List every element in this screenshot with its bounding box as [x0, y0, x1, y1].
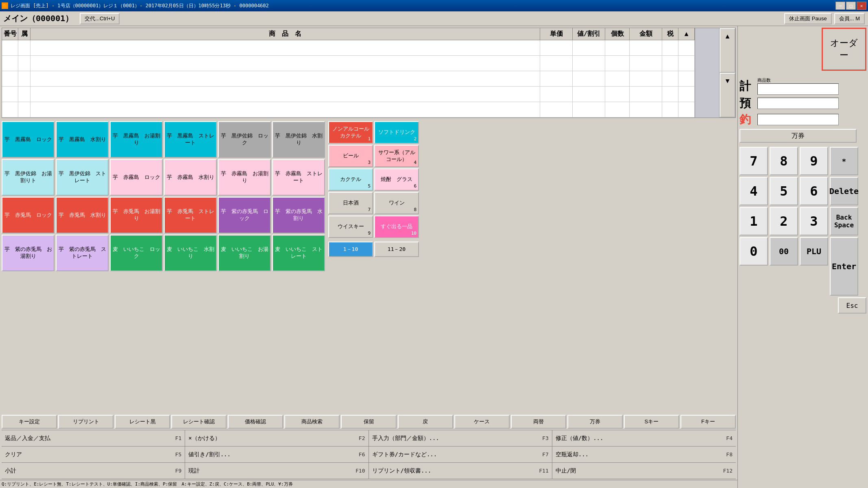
cat-btn-6[interactable]: 焼酎 グラス6 [374, 168, 419, 191]
num-5-button[interactable]: 5 [770, 177, 798, 205]
product-button-15[interactable]: 芋 赤兎馬 ストレート [164, 197, 217, 233]
product-button-14[interactable]: 芋 赤兎馬 お湯割り [110, 197, 163, 233]
product-button-6[interactable]: 芋 黒伊佐錦 お湯割りト [2, 159, 55, 196]
product-search-button[interactable]: 商品検索 [284, 415, 340, 429]
minimize-button[interactable]: ─ [835, 2, 845, 10]
f12-button[interactable]: 中止/閉 F12 [552, 463, 736, 479]
receipt-black-button[interactable]: レシート黒 [115, 415, 170, 429]
f3-button[interactable]: 手入力（部門／金額）... F3 [369, 430, 552, 446]
order-button[interactable]: オーダー [822, 28, 866, 71]
cat-btn-1[interactable]: ノンアルコールカクテル1 [328, 121, 373, 144]
num-7-button[interactable]: 7 [739, 147, 768, 175]
delete-button[interactable]: Delete [830, 177, 858, 205]
esc-button[interactable]: Esc [838, 297, 866, 314]
s-key-button[interactable]: Sキー [624, 415, 679, 429]
num-3-button[interactable]: 3 [800, 207, 828, 235]
hold-button[interactable]: 保留 [341, 415, 396, 429]
back-button[interactable]: 戻 [398, 415, 453, 429]
col-kingaku: 金額 [630, 28, 662, 40]
backspace-button[interactable]: Back Space [830, 207, 858, 235]
nav-row: 1－10 11－20 [328, 242, 419, 257]
main-area: 番号 属 商 品 名 単価 値/割引 個数 金額 税 ▲ [0, 26, 868, 488]
reprint-button[interactable]: リプリント [58, 415, 113, 429]
nav-btn-1-10[interactable]: 1－10 [328, 242, 373, 257]
product-button-22[interactable]: 麦 いいちこ お湯割り [218, 235, 271, 271]
f1-key: F1 [175, 435, 182, 441]
product-button-21[interactable]: 麦 いいちこ 水割り [164, 235, 217, 271]
product-button-2[interactable]: 芋 黒霧島 お湯割り [110, 121, 163, 158]
f9-button[interactable]: 小計 F9 [2, 463, 185, 479]
scroll-up-button[interactable]: ▲ [720, 28, 735, 73]
f-key-button[interactable]: Fキー [680, 415, 736, 429]
f2-button[interactable]: ×（かける） F2 [185, 430, 369, 446]
key-setup-button[interactable]: キー設定 [2, 415, 57, 429]
f5-button[interactable]: クリア F5 [2, 447, 185, 462]
product-button-17[interactable]: 芋 紫の赤兎馬 水割り [272, 197, 325, 233]
nav-btn-11-20[interactable]: 11－20 [374, 242, 419, 257]
num-0-button[interactable]: 0 [739, 237, 768, 266]
product-button-1[interactable]: 芋 黒霧島 水割り [56, 121, 109, 158]
close-button[interactable]: ✕ [857, 2, 866, 10]
numpad: 7 8 9 * 4 5 6 Delete 1 2 3 Back Space 0 … [739, 147, 866, 296]
product-button-8[interactable]: 芋 赤霧島 ロック [110, 159, 163, 196]
kotai-button[interactable]: 交代...Ctrl+U [80, 13, 120, 24]
ryogae-button[interactable]: 両替 [511, 415, 566, 429]
cat-btn-2[interactable]: ソフトドリンク2 [374, 121, 419, 144]
scroll-down-button[interactable]: ▼ [720, 73, 735, 118]
product-button-11[interactable]: 芋 赤霧島 ストレート [272, 159, 325, 196]
manen-button[interactable]: 万券 [567, 415, 623, 429]
azuke-row: 預 [739, 96, 839, 111]
f6-button[interactable]: 値引き/割引... F6 [185, 447, 369, 462]
product-button-9[interactable]: 芋 赤霧島 水割り [164, 159, 217, 196]
table-row [2, 71, 695, 87]
cat-btn-9[interactable]: ウイスキー9 [328, 216, 373, 238]
enter-button[interactable]: Enter [830, 237, 858, 296]
cat-btn-5[interactable]: カクテル5 [328, 168, 373, 191]
product-button-12[interactable]: 芋 赤兎馬 ロック [2, 197, 55, 233]
f7-button[interactable]: ギフト券/カードなど... F7 [369, 447, 552, 462]
f10-button[interactable]: 現計 F10 [185, 463, 369, 479]
f1-button[interactable]: 返品／入金／支払 F1 [2, 430, 185, 446]
cat-btn-10[interactable]: すぐ出る一品10 [374, 216, 419, 238]
product-button-7[interactable]: 芋 黒伊佐錦 ストレート [56, 159, 109, 196]
f8-key: F8 [726, 451, 733, 458]
manbiken-button[interactable]: 万券 [739, 129, 857, 143]
table-row [2, 40, 695, 56]
double-zero-button[interactable]: 00 [770, 237, 798, 266]
receipt-confirm-button[interactable]: レシート確認 [171, 415, 227, 429]
product-button-16[interactable]: 芋 紫の赤兎馬 ロック [218, 197, 271, 233]
product-button-19[interactable]: 芋 紫の赤兎馬 ストレート [56, 235, 109, 271]
num-8-button[interactable]: 8 [770, 147, 798, 175]
product-button-13[interactable]: 芋 赤兎馬 水割り [56, 197, 109, 233]
product-button-5[interactable]: 芋 黒伊佐錦 水割り [272, 121, 325, 158]
cat-btn-3[interactable]: ビール3 [328, 145, 373, 167]
num-9-button[interactable]: 9 [800, 147, 828, 175]
cat-btn-4[interactable]: サワー系（アルコール）4 [374, 145, 419, 167]
product-button-20[interactable]: 麦 いいちこ ロック [110, 235, 163, 271]
product-button-23[interactable]: 麦 いいちこ ストレート [272, 235, 325, 271]
f11-button[interactable]: リプリント/領収書... F11 [369, 463, 552, 479]
asterisk-button[interactable]: * [830, 147, 858, 175]
cat-btn-8[interactable]: ワイン8 [374, 192, 419, 214]
kyushi-button[interactable]: 休止画面 Pause [784, 13, 831, 24]
restore-button[interactable]: □ [846, 2, 856, 10]
f4-button[interactable]: 修正（値/数）... F4 [552, 430, 736, 446]
num-4-button[interactable]: 4 [739, 177, 768, 205]
num-6-button[interactable]: 6 [800, 177, 828, 205]
col-scroll: ▲ [678, 28, 695, 40]
num-2-button[interactable]: 2 [770, 207, 798, 235]
num-1-button[interactable]: 1 [739, 207, 768, 235]
table-row [2, 56, 695, 71]
cat-btn-7[interactable]: 日本酒7 [328, 192, 373, 214]
case-button[interactable]: ケース [454, 415, 510, 429]
f8-button[interactable]: 空瓶返却... F8 [552, 447, 736, 462]
product-button-10[interactable]: 芋 赤霧島 お湯割り [218, 159, 271, 196]
f2-label: ×（かける） [188, 435, 220, 442]
product-button-3[interactable]: 芋 黒霧島 ストレート [164, 121, 217, 158]
product-button-0[interactable]: 芋 黒霧島 ロック [2, 121, 55, 158]
plu-button[interactable]: PLU [800, 237, 828, 266]
kaiin-button[interactable]: 会員... M [834, 13, 865, 24]
price-check-button[interactable]: 価格確認 [228, 415, 283, 429]
product-button-4[interactable]: 芋 黒伊佐錦 ロック [218, 121, 271, 158]
product-button-18[interactable]: 芋 紫の赤兎馬 お湯割り [2, 235, 55, 271]
